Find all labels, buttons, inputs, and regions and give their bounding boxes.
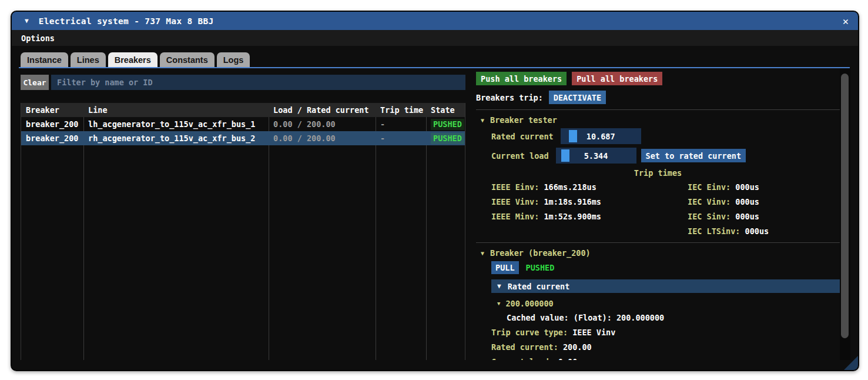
tab-logs[interactable]: Logs [217, 52, 250, 67]
breakers-table: Breaker Line Load / Rated current Trip t… [21, 103, 465, 360]
tree-expanded-icon[interactable]: ▼ [481, 250, 484, 256]
window-title: Electrical system - 737 Max 8 BBJ [39, 16, 214, 26]
trip-curve-label: Trip curve type: [491, 328, 568, 337]
window-collapse-icon[interactable]: ▼ [25, 17, 29, 25]
tab-constants[interactable]: Constants [160, 52, 215, 67]
rated-current-detail-value: 200.00 [563, 342, 592, 352]
breaker-node[interactable]: ▼ Breaker (breaker_200) [476, 248, 840, 258]
value-node-label: 200.000000 [505, 299, 553, 308]
trip-time-item: IEEE Minv: 1m:52s.900ms [491, 209, 601, 224]
cell-breaker: breaker_200 [21, 117, 83, 131]
tab-bar: Instance Lines Breakers Constants Logs [21, 52, 858, 67]
current-load-row-detail: Current load: 0.00 [491, 357, 840, 360]
column-header-trip-time[interactable]: Trip time [376, 103, 426, 117]
push-all-breakers-button[interactable]: Push all breakers [476, 72, 567, 85]
tab-instance[interactable]: Instance [21, 52, 68, 67]
filter-row: Clear [21, 75, 465, 90]
breakers-trip-deactivate-button[interactable]: DEACTIVATE [549, 91, 606, 104]
table-header-row: Breaker Line Load / Rated current Trip t… [21, 103, 465, 117]
trip-curve-row: Trip curve type: IEEE Vinv [491, 328, 840, 338]
rated-current-label: Rated current [491, 132, 554, 141]
slider-grab[interactable] [561, 149, 569, 162]
breakers-trip-row: Breakers trip: DEACTIVATE [476, 91, 840, 104]
filter-input[interactable] [51, 75, 465, 90]
state-badge[interactable]: PUSHED [431, 133, 464, 144]
rated-current-value: 10.687 [587, 132, 615, 141]
pull-button[interactable]: PULL [491, 261, 519, 274]
current-load-value: 5.344 [584, 151, 608, 161]
bulk-actions-row: Push all breakers Pull all breakers [476, 72, 840, 85]
breaker-tester-label: Breaker tester [490, 115, 557, 125]
rated-current-detail-label: Rated current: [491, 342, 558, 352]
trip-time-item: IEEE Vinv: 1m:18s.916ms [491, 195, 601, 209]
tab-breakers[interactable]: Breakers [108, 52, 157, 67]
breaker-node-label: Breaker (breaker_200) [490, 248, 591, 258]
cell-line: lh_acgenerator_to_115v_ac_xfr_bus_1 [83, 117, 269, 131]
value-node[interactable]: ▼ 200.000000 [497, 298, 840, 309]
slider-grab[interactable] [569, 130, 577, 142]
cell-load: 0.00 / 200.00 [269, 131, 376, 145]
cell-line: rh_acgenerator_to_115v_ac_xfr_bus_2 [83, 131, 269, 145]
column-header-load[interactable]: Load / Rated current [269, 103, 376, 117]
cell-load: 0.00 / 200.00 [269, 117, 376, 131]
title-bar[interactable]: ▼ Electrical system - 737 Max 8 BBJ ✕ [12, 12, 858, 30]
cell-trip-time: - [376, 131, 426, 145]
tree-expanded-icon[interactable]: ▼ [481, 117, 484, 124]
rated-current-collapsing-header[interactable]: ▼ Rated current [491, 279, 840, 293]
cell-trip-time: - [376, 117, 426, 131]
current-load-slider[interactable]: 5.344 [556, 148, 636, 164]
clear-filter-button[interactable]: Clear [21, 75, 49, 90]
trip-time-item: IEEE Einv: 166ms.218us [491, 180, 596, 195]
trip-time-item: IEC Vinv: 000us [688, 195, 759, 209]
state-badge[interactable]: PUSHED [431, 119, 464, 130]
header-expanded-icon[interactable]: ▼ [497, 282, 501, 290]
rated-current-row: Rated current 10.687 [491, 128, 840, 144]
trip-time-item: IEC Sinv: 000us [688, 209, 759, 224]
column-header-breaker[interactable]: Breaker [21, 103, 83, 117]
trip-curve-value: IEEE Vinv [572, 328, 615, 337]
cell-breaker: breaker_200 [21, 131, 83, 145]
current-load-label: Current load [491, 151, 549, 161]
breaker-detail-panel: Push all breakers Pull all breakers Brea… [476, 72, 840, 360]
set-to-rated-current-button[interactable]: Set to rated current [641, 149, 746, 162]
trip-time-item: IEC LTSinv: 000us [688, 224, 769, 239]
trip-times-grid: IEEE Einv: 166ms.218us IEC Einv: 000us I… [476, 180, 840, 239]
separator [476, 242, 840, 243]
vertical-scrollbar[interactable] [840, 68, 850, 360]
trip-time-item: IEC Einv: 000us [688, 180, 759, 195]
current-load-detail-label: Current load: [491, 357, 554, 360]
close-icon[interactable]: ✕ [843, 15, 849, 27]
rated-current-header-label: Rated current [508, 282, 570, 291]
tree-expanded-icon[interactable]: ▼ [497, 301, 500, 306]
breaker-tester-node[interactable]: ▼ Breaker tester [476, 115, 840, 125]
column-header-state[interactable]: State [426, 103, 465, 117]
cached-value-text: Cached value: (Float): 200.000000 [507, 313, 840, 324]
menu-options[interactable]: Options [21, 34, 55, 43]
rated-current-slider[interactable]: 10.687 [561, 128, 641, 144]
current-load-detail-value: 0.00 [558, 357, 578, 360]
column-header-line[interactable]: Line [83, 103, 269, 117]
breaker-state-text: PUSHED [526, 263, 555, 272]
trip-times-title: Trip times [476, 168, 840, 178]
app-window: ▼ Electrical system - 737 Max 8 BBJ ✕ Op… [11, 11, 859, 371]
resize-grip[interactable] [844, 356, 858, 370]
tab-lines[interactable]: Lines [71, 52, 106, 67]
breakers-trip-label: Breakers trip: [476, 93, 543, 102]
separator [476, 109, 840, 110]
rated-current-row-detail: Rated current: 200.00 [491, 342, 840, 353]
menu-bar: Options [12, 30, 858, 46]
pull-all-breakers-button[interactable]: Pull all breakers [572, 72, 662, 85]
content-area: Clear Breaker Line Load / Rated current … [12, 68, 858, 360]
scrollbar-thumb[interactable] [841, 74, 849, 338]
table-row-selected[interactable]: breaker_200 rh_acgenerator_to_115v_ac_xf… [21, 131, 465, 145]
current-load-row: Current load 5.344 Set to rated current [491, 148, 840, 164]
pull-state-row: PULL PUSHED [491, 261, 840, 274]
table-row[interactable]: breaker_200 lh_acgenerator_to_115v_ac_xf… [21, 117, 465, 131]
breakers-list-panel: Clear Breaker Line Load / Rated current … [21, 75, 465, 360]
